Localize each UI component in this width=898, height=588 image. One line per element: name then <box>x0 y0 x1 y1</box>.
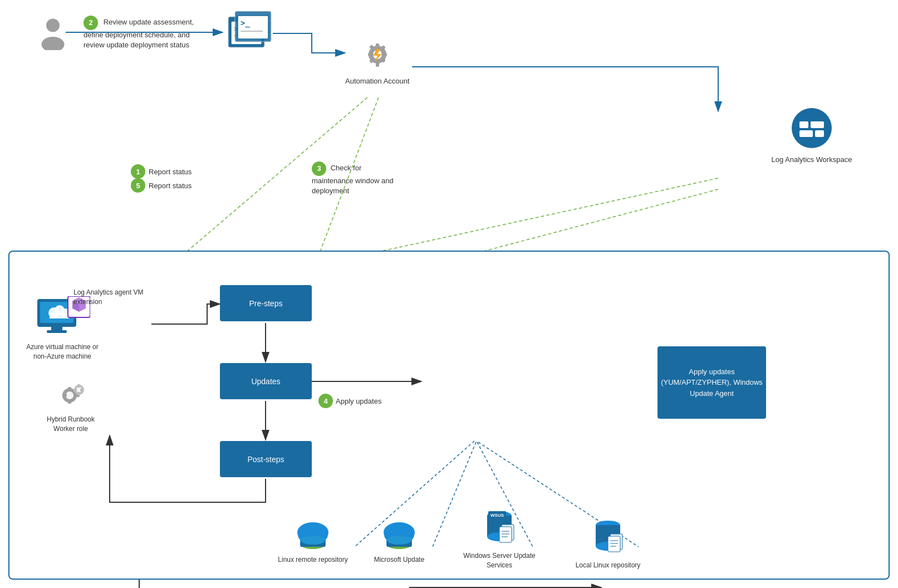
step2-text: Review update assessment, define deploym… <box>84 18 194 49</box>
svg-rect-72 <box>80 389 84 391</box>
svg-rect-69 <box>77 384 80 388</box>
log-analytics-workspace: Log Analytics Workspace <box>770 106 853 165</box>
linux-repo-item: Linux remote repository <box>277 517 349 565</box>
svg-point-62 <box>66 391 73 399</box>
portal-icon: >_ >_ <box>223 11 273 56</box>
svg-point-1 <box>41 37 64 50</box>
step4-label: 4 Apply updates <box>318 394 381 408</box>
svg-rect-25 <box>815 130 824 137</box>
azure-vm-label: Azure virtual machine or non-Azure machi… <box>26 342 99 361</box>
automation-account: Automation Account <box>345 33 410 85</box>
step3-circle: 3 <box>312 161 326 176</box>
presteps-label: Pre-steps <box>249 299 283 308</box>
svg-text:>_: >_ <box>241 18 250 28</box>
step5-circle: 5 <box>131 178 145 193</box>
microsoft-update-label: Microsoft Update <box>366 555 433 565</box>
svg-rect-12 <box>376 43 379 49</box>
local-linux-repo-item: Local Linux repository <box>572 514 644 570</box>
step2-circle: 2 <box>84 16 98 30</box>
wsus-item: WSUS Windows Server Update Services <box>460 504 538 570</box>
log-analytics-label: Log Analytics Workspace <box>770 155 853 165</box>
step3-label: 3 Check for maintenance window and deplo… <box>312 161 401 196</box>
step1-circle: 1 <box>131 164 145 179</box>
la-agent-label: Log Analytics agent VM extension <box>73 288 146 307</box>
svg-rect-22 <box>799 121 808 128</box>
svg-rect-70 <box>77 392 80 395</box>
step1-text: Report status <box>149 168 192 176</box>
svg-rect-15 <box>381 53 387 56</box>
step5-label: 5 Report status <box>131 178 192 193</box>
svg-rect-71 <box>73 389 77 391</box>
poststeps-label: Post-steps <box>247 455 284 464</box>
wsus-label: Windows Server Update Services <box>460 551 538 570</box>
svg-point-79 <box>301 536 325 545</box>
svg-rect-23 <box>811 121 824 128</box>
step1-label: 1 Report status <box>131 164 192 179</box>
step4-circle: 4 <box>318 394 333 408</box>
apply-updates-label: Apply updates (YUM/APT/ZYPHER), Windows … <box>657 366 766 399</box>
hybrid-runbook-label: Hybrid Runbook Worker role <box>37 415 104 434</box>
svg-text:WSUS: WSUS <box>490 513 504 518</box>
user-icon <box>33 17 72 52</box>
bottom-section: Azure virtual machine or non-Azure machi… <box>8 251 890 580</box>
svg-rect-51 <box>51 327 62 330</box>
svg-rect-52 <box>47 330 67 333</box>
svg-rect-24 <box>799 130 813 137</box>
presteps-box: Pre-steps <box>220 285 312 321</box>
step4-text: Apply updates <box>336 397 381 405</box>
step5-text: Report status <box>149 182 192 190</box>
apply-updates-box: Apply updates (YUM/APT/ZYPHER), Windows … <box>657 346 766 419</box>
svg-rect-91 <box>499 527 512 542</box>
automation-account-label: Automation Account <box>345 77 410 85</box>
updates-label: Updates <box>251 377 280 386</box>
local-linux-repo-label: Local Linux repository <box>572 561 644 570</box>
microsoft-update-item: Microsoft Update <box>366 517 433 565</box>
diagram-container: 2 Review update assessment, define deplo… <box>0 0 898 588</box>
svg-rect-14 <box>368 53 374 56</box>
updates-box: Updates <box>220 363 312 399</box>
svg-rect-13 <box>376 61 379 67</box>
hybrid-runbook-icon: Hybrid Runbook Worker role <box>37 380 104 434</box>
svg-rect-56 <box>50 313 69 318</box>
svg-rect-63 <box>68 387 71 391</box>
svg-rect-64 <box>68 399 71 404</box>
poststeps-box: Post-steps <box>220 441 312 477</box>
linux-repo-label: Linux remote repository <box>277 555 349 565</box>
svg-point-0 <box>46 18 60 32</box>
svg-point-86 <box>387 536 411 545</box>
svg-rect-65 <box>62 394 67 397</box>
step2-label: 2 Review update assessment, define deplo… <box>84 16 195 50</box>
svg-rect-101 <box>608 536 620 552</box>
